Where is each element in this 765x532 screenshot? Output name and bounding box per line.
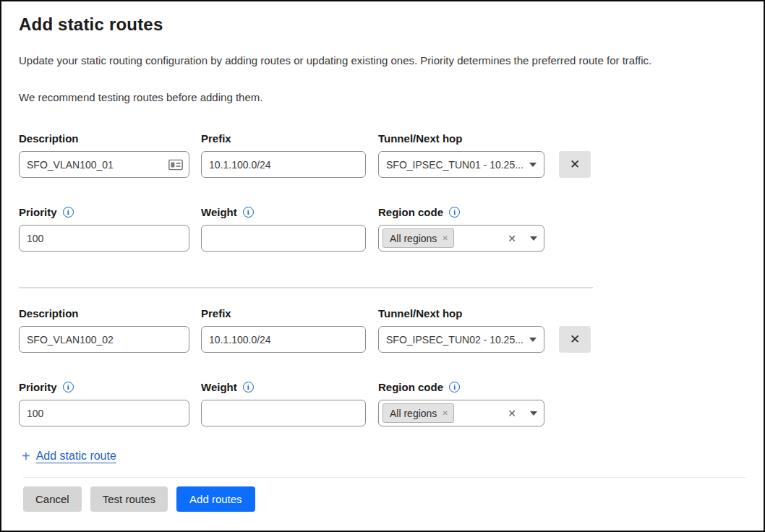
description-input[interactable] bbox=[19, 326, 189, 353]
prefix-input[interactable] bbox=[201, 326, 366, 353]
clear-icon[interactable]: ✕ bbox=[508, 408, 516, 419]
info-icon[interactable]: i bbox=[449, 382, 460, 392]
priority-input[interactable] bbox=[19, 225, 189, 252]
description-input[interactable] bbox=[19, 151, 189, 178]
recommendation-text: We recommend testing routes before addin… bbox=[19, 91, 746, 103]
priority-input[interactable] bbox=[19, 400, 189, 426]
tunnel-select[interactable]: SFO_IPSEC_TUN02 - 10.25... bbox=[378, 326, 544, 353]
chip-remove-icon[interactable]: ✕ bbox=[442, 234, 448, 242]
chevron-down-icon bbox=[529, 338, 537, 342]
close-icon: ✕ bbox=[570, 157, 580, 172]
region-code-label: Region code bbox=[378, 206, 443, 218]
weight-input[interactable] bbox=[201, 225, 366, 252]
region-chip: All regions ✕ bbox=[382, 228, 454, 248]
route-entry-2: Description Prefix Tunnel/Next hop SFO_I bbox=[19, 307, 746, 426]
tunnel-label: Tunnel/Next hop bbox=[378, 307, 462, 319]
info-icon[interactable]: i bbox=[63, 382, 74, 392]
tunnel-selected-value: SFO_IPSEC_TUN02 - 10.25... bbox=[386, 334, 523, 346]
prefix-label: Prefix bbox=[201, 132, 231, 145]
chip-remove-icon[interactable]: ✕ bbox=[442, 409, 448, 417]
dialog-content: Add static routes Update your static rou… bbox=[1, 1, 764, 463]
plus-icon: + bbox=[22, 449, 30, 463]
chevron-down-icon bbox=[530, 411, 537, 416]
info-icon[interactable]: i bbox=[63, 207, 74, 218]
region-code-select[interactable]: All regions ✕ ✕ bbox=[378, 225, 544, 252]
route-entry-1: Description bbox=[19, 132, 746, 252]
intro-text: Update your static routing configuration… bbox=[19, 54, 746, 66]
prefix-input[interactable] bbox=[201, 151, 366, 178]
weight-label: Weight bbox=[201, 381, 237, 393]
info-icon[interactable]: i bbox=[449, 207, 460, 218]
region-chip-label: All regions bbox=[390, 233, 437, 244]
tunnel-label: Tunnel/Next hop bbox=[378, 132, 462, 145]
chevron-down-icon bbox=[530, 236, 537, 241]
prefix-label: Prefix bbox=[201, 307, 231, 319]
priority-label: Priority bbox=[19, 206, 57, 218]
page-title: Add static routes bbox=[19, 14, 746, 35]
tunnel-selected-value: SFO_IPSEC_TUN01 - 10.25... bbox=[386, 159, 523, 171]
region-code-select[interactable]: All regions ✕ ✕ bbox=[378, 400, 544, 426]
weight-label: Weight bbox=[201, 206, 237, 218]
section-divider bbox=[19, 287, 593, 288]
test-routes-button[interactable]: Test routes bbox=[90, 486, 168, 512]
description-label: Description bbox=[19, 307, 79, 319]
tunnel-select[interactable]: SFO_IPSEC_TUN01 - 10.25... bbox=[378, 151, 544, 178]
remove-route-button[interactable]: ✕ bbox=[559, 326, 591, 353]
add-static-routes-dialog: Add static routes Update your static rou… bbox=[0, 0, 765, 532]
dialog-footer: Cancel Test routes Add routes bbox=[1, 477, 764, 531]
region-chip: All regions ✕ bbox=[382, 403, 454, 423]
chevron-down-icon bbox=[529, 163, 537, 167]
add-static-route-row: + Add static route bbox=[22, 449, 746, 463]
priority-label: Priority bbox=[19, 381, 57, 393]
weight-input[interactable] bbox=[201, 400, 366, 426]
info-icon[interactable]: i bbox=[243, 207, 254, 218]
region-chip-label: All regions bbox=[390, 408, 437, 419]
close-icon: ✕ bbox=[570, 332, 580, 347]
contact-card-icon bbox=[168, 159, 183, 170]
cancel-button[interactable]: Cancel bbox=[23, 486, 82, 512]
remove-route-button[interactable]: ✕ bbox=[559, 151, 591, 178]
clear-icon[interactable]: ✕ bbox=[508, 233, 516, 244]
add-static-route-link[interactable]: Add static route bbox=[36, 450, 116, 463]
info-icon[interactable]: i bbox=[243, 382, 254, 392]
add-routes-button[interactable]: Add routes bbox=[176, 486, 255, 512]
region-code-label: Region code bbox=[378, 381, 443, 393]
description-label: Description bbox=[19, 132, 79, 145]
